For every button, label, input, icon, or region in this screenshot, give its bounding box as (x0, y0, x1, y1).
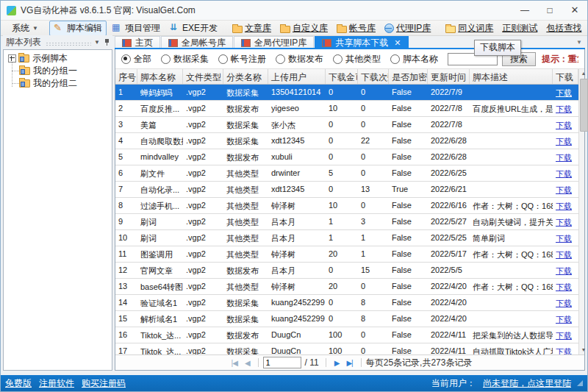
download-link[interactable]: 下载 (556, 121, 572, 129)
toolbar-custom-lib-button[interactable]: 自定义库 (276, 21, 331, 35)
statusbar-link-3[interactable]: 购买注册码 (82, 377, 126, 390)
toolbar-project-manage-button[interactable]: 项目管理 (108, 21, 164, 35)
toolbar-exe-dev-button[interactable]: EXE开发 (165, 21, 221, 35)
toolbar-include-find-button[interactable]: 包括查找 (542, 21, 585, 35)
toolbar-account-lib-button[interactable]: 帐号库 (333, 21, 379, 35)
tab-overflow-icon[interactable]: ▼ (576, 39, 585, 46)
download-link[interactable]: 下载 (556, 169, 572, 178)
expand-icon[interactable] (8, 54, 16, 63)
column-header-7[interactable]: 下载次数 (358, 69, 389, 84)
tab-home[interactable]: 主页 (115, 36, 160, 49)
table-row[interactable]: 5mindvalley.vgp2数据发布xubuli00False2022/6/… (115, 149, 578, 165)
toolbar-synonym-lib-button[interactable]: 同义词库 (442, 21, 497, 35)
first-page-icon[interactable]: |◀ (232, 359, 237, 367)
maximize-button[interactable]: □ (537, 1, 562, 20)
column-header-4[interactable]: 分类名称 (223, 69, 268, 84)
table-row[interactable]: 10刷词.vgp2其他类型吕本月11False2022/5/25简单刷词下载 (115, 230, 578, 246)
table-row[interactable]: 15解析域名1.vgp2数据采集kuang245229908False2022/… (115, 311, 578, 327)
toolbar-regex-test-button[interactable]: 正则测试 (498, 21, 541, 35)
prev-page-icon[interactable]: ◀ (245, 359, 250, 367)
column-header-2[interactable]: 脚本名称 (137, 69, 183, 84)
table-row[interactable]: 16Tiktok_达....vgp2数据发布DuugCn1000False202… (115, 327, 578, 343)
tree-item-2[interactable]: 我的分组一 (4, 65, 112, 77)
table-row[interactable]: 7自动化录....vgp2其他类型xdt12345013True2022/6/2… (115, 182, 578, 198)
column-header-3[interactable]: 文件类型 (183, 69, 223, 84)
radio-icon[interactable] (390, 54, 400, 64)
tab-close-icon[interactable]: ✕ (394, 38, 401, 48)
cell-desc (470, 117, 553, 132)
download-link[interactable]: 下载 (556, 153, 572, 162)
filter-option-1[interactable]: 全部 (121, 53, 151, 65)
table-row[interactable]: 2百度反推....vgp2数据发布yigeseo100False2022/7/8… (115, 101, 578, 117)
statusbar-link-1[interactable]: 免费版 (5, 377, 32, 390)
download-link[interactable]: 下载 (556, 331, 572, 340)
table-row[interactable]: 14验证域名1.vgp2数据采集kuang245229908False2022/… (115, 295, 578, 311)
download-link[interactable]: 下载 (556, 315, 572, 324)
scroll-down-icon[interactable]: ▼ (579, 346, 588, 354)
column-header-11[interactable]: 下载 (553, 69, 578, 84)
column-header-8[interactable]: 是否加密 (389, 69, 428, 84)
tree-item-3[interactable]: 我的分组二 (4, 77, 112, 90)
table-row[interactable]: 8过滤手机....vgp2其他类型钟泽树100False2022/6/16作者：… (115, 198, 578, 214)
column-header-10[interactable]: 脚本描述 (470, 69, 553, 84)
download-link[interactable]: 下载 (556, 347, 572, 354)
filter-option-6[interactable]: 脚本名称 (390, 53, 438, 65)
table-scrollbar[interactable]: ▲ ▼ (578, 69, 584, 354)
filter-option-3[interactable]: 帐号注册 (218, 53, 266, 65)
minimize-button[interactable]: — (512, 1, 537, 20)
table-row[interactable]: 11图鉴调用.vgp2其他类型钟泽树201False2022/5/17作者：大树… (115, 246, 578, 263)
column-header-1[interactable]: 序号 (115, 69, 137, 84)
filter-option-4[interactable]: 数据发布 (276, 53, 323, 65)
column-header-5[interactable]: 上传用户 (268, 69, 326, 84)
scroll-up-icon[interactable]: ▲ (579, 69, 588, 78)
toolbar-system-button[interactable]: 系统▼ (8, 21, 42, 35)
resize-grip-icon[interactable] (577, 380, 583, 386)
last-page-icon[interactable]: ▶| (346, 359, 352, 367)
download-link[interactable]: 下载 (556, 250, 572, 259)
download-link[interactable]: 下载 (556, 137, 572, 146)
download-link[interactable]: 下载 (556, 185, 572, 194)
download-link[interactable]: 下载 (556, 88, 572, 97)
page-number-input[interactable] (263, 357, 301, 368)
cell-download: 下载 (553, 279, 578, 294)
table-row[interactable]: 3美篇.vgp2数据采集张小杰00False2022/7/8下载 (115, 117, 578, 133)
radio-icon[interactable] (121, 54, 131, 64)
chevron-down-icon[interactable]: ▼ (94, 39, 100, 46)
table-row[interactable]: 13base64转图片.vgp2其他类型钟泽树200False2022/4/20… (115, 279, 578, 295)
tab-shared-script-download[interactable]: 共享脚本下载✕ (315, 36, 408, 49)
download-link[interactable]: 下载 (556, 218, 572, 227)
toolbar-script-edit-button[interactable]: 脚本编辑 (49, 21, 107, 36)
column-header-6[interactable]: 下载金币 (326, 69, 358, 84)
table-row[interactable]: 12官网文章.vgp2数据发布吕本月015False2022/5/5下载 (115, 263, 578, 279)
column-header-9[interactable]: 更新时间 (428, 69, 470, 84)
toolbar-article-lib-button[interactable]: 文章库 (229, 21, 275, 35)
filter-option-2[interactable]: 数据采集 (161, 53, 209, 65)
table-row[interactable]: 4自动爬取数据.vgp2数据采集xdt12345022False2022/6/2… (115, 133, 578, 149)
table-row[interactable]: 17Tiktok_达....vgp2数据采集DuugCn1000False202… (115, 343, 578, 354)
login-link[interactable]: 尚未登陆，点这里登陆 (483, 377, 571, 390)
pin-icon[interactable] (104, 38, 110, 46)
scrollbar-thumb[interactable] (580, 79, 588, 132)
download-link[interactable]: 下载 (556, 234, 572, 243)
tab-global-account-lib[interactable]: 全局帐号库 (161, 36, 233, 49)
close-button[interactable]: ✕ (562, 1, 587, 20)
table-row[interactable]: 9刷词.vgp2其他类型吕本月13False2022/5/27自动刷关键词，提升… (115, 214, 578, 230)
download-link[interactable]: 下载 (556, 282, 572, 291)
table-row[interactable]: 6刷文件.vgp2其他类型drwinter50False2022/6/25下载 (115, 165, 578, 182)
radio-icon[interactable] (161, 54, 171, 64)
download-link[interactable]: 下载 (556, 104, 572, 113)
tab-global-proxy-ip-lib[interactable]: 全局代理IP库 (234, 36, 314, 49)
statusbar-link-2[interactable]: 注册软件 (39, 377, 74, 390)
toolbar-proxy-ip-lib-button[interactable]: 代理IP库 (381, 21, 434, 35)
radio-icon[interactable] (333, 54, 343, 64)
cell-category: 数据采集 (223, 133, 268, 149)
download-link[interactable]: 下载 (556, 299, 572, 307)
download-link[interactable]: 下载 (556, 202, 572, 210)
radio-icon[interactable] (218, 54, 228, 64)
next-page-icon[interactable]: ▶ (334, 359, 340, 367)
download-link[interactable]: 下载 (556, 266, 572, 275)
tree-item-1[interactable]: 示例脚本 (4, 52, 112, 65)
filter-option-5[interactable]: 其他类型 (333, 53, 381, 65)
radio-icon[interactable] (276, 54, 285, 64)
table-row[interactable]: 1蝉妈妈吗.vgp2数据采集1350412101400False2022/7/9… (115, 85, 578, 101)
